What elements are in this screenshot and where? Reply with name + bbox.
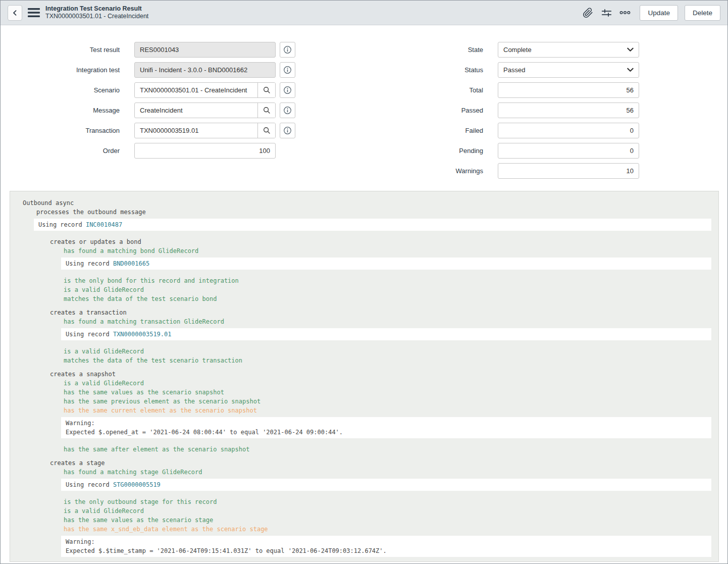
info-icon — [283, 106, 292, 115]
record-band: Using record INC0010487 — [34, 219, 711, 231]
output-gap — [10, 303, 718, 308]
output-line: matches the data of the test scenario tr… — [10, 356, 718, 365]
record-id: TXN0000003519.01 — [113, 331, 172, 338]
status-select-value: Passed — [503, 66, 525, 74]
search-icon — [263, 127, 271, 134]
pending-label: Pending — [364, 147, 483, 155]
total-field[interactable] — [498, 82, 639, 98]
output-line: creates a transaction — [10, 308, 718, 317]
info-icon — [283, 86, 292, 94]
warning-line: Expected $.$time_stamp = '2021-06-24T09:… — [66, 546, 711, 555]
header-bar: Integration Test Scenario Result TXN0000… — [1, 1, 727, 25]
transaction-search-button[interactable] — [257, 123, 275, 138]
search-icon — [263, 107, 271, 114]
output-gap — [10, 440, 718, 445]
output-line: creates a stage — [10, 458, 718, 468]
test-result-info-button[interactable] — [280, 42, 295, 58]
transaction-controls — [134, 123, 295, 138]
back-button[interactable] — [8, 5, 22, 21]
hamburger-icon — [28, 8, 40, 17]
total-controls — [498, 82, 639, 98]
pending-controls — [498, 143, 639, 159]
record-prefix: Using record — [66, 481, 113, 488]
more-options-button[interactable] — [617, 5, 633, 21]
record-band: Using record BND0001665 — [61, 258, 711, 270]
test-output-panel: Outbound asyncprocesses the outbound mes… — [10, 191, 719, 562]
order-controls — [134, 143, 276, 159]
integration-test-info-button[interactable] — [280, 62, 295, 78]
warnings-field[interactable] — [498, 163, 639, 179]
message-row: Message — [1, 102, 364, 118]
warning-line: Warning: — [66, 419, 711, 428]
output-line: Outbound async — [10, 198, 718, 208]
attachment-button[interactable] — [580, 5, 596, 21]
output-line: creates or updates a bond — [10, 237, 718, 246]
warnings-row: Warnings — [364, 163, 727, 179]
pending-field[interactable] — [498, 143, 639, 159]
status-select[interactable]: Passed — [498, 62, 639, 78]
failed-row: Failed — [364, 123, 727, 138]
output-line: is the only outbound stage for this reco… — [10, 497, 718, 506]
transaction-info-button[interactable] — [280, 123, 295, 138]
output-gap — [10, 233, 718, 237]
chevron-down-icon — [627, 68, 634, 72]
update-button[interactable]: Update — [640, 5, 678, 21]
status-controls: Passed — [498, 62, 639, 78]
order-row: Order — [1, 143, 364, 159]
output-line: has found a matching transaction GlideRe… — [10, 317, 718, 326]
search-icon — [263, 86, 271, 94]
transaction-label: Transaction — [1, 127, 120, 134]
more-dots-icon — [619, 10, 631, 15]
pending-row: Pending — [364, 143, 727, 159]
record-id: INC0010487 — [86, 221, 122, 228]
state-row: StateComplete — [364, 42, 727, 58]
context-menu-button[interactable] — [28, 8, 40, 17]
scenario-search-button[interactable] — [257, 83, 275, 97]
form-column-right: StateCompleteStatusPassedTotalPassedFail… — [364, 42, 727, 183]
form-column-left: Test resultIntegration testScenarioMessa… — [1, 42, 364, 183]
total-label: Total — [364, 86, 483, 94]
order-label: Order — [1, 147, 120, 155]
state-controls: Complete — [498, 42, 639, 58]
scenario-info-button[interactable] — [280, 82, 295, 98]
personalize-form-button[interactable] — [598, 5, 614, 21]
failed-field[interactable] — [498, 123, 639, 138]
warnings-label: Warnings — [364, 167, 483, 175]
state-select[interactable]: Complete — [498, 42, 639, 58]
output-line: has found a matching stage GlideRecord — [10, 468, 718, 477]
output-line: has the same current element as the scen… — [10, 406, 718, 415]
message-field[interactable] — [135, 103, 257, 118]
order-field[interactable] — [134, 143, 276, 159]
message-search-button[interactable] — [257, 103, 275, 118]
integration-test-row: Integration test — [1, 62, 364, 78]
output-line: is a valid GlideRecord — [10, 285, 718, 294]
output-line: is a valid GlideRecord — [10, 347, 718, 356]
output-gap — [10, 272, 718, 276]
record-prefix: Using record — [66, 260, 113, 267]
page-title: Integration Test Scenario Result — [45, 5, 148, 13]
test-result-row: Test result — [1, 42, 364, 58]
sliders-icon — [601, 8, 612, 18]
message-info-button[interactable] — [280, 102, 295, 118]
test-result-field[interactable] — [134, 42, 276, 58]
record-id: BND0001665 — [113, 260, 149, 267]
state-label: State — [364, 46, 483, 54]
output-line: creates a snapshot — [10, 370, 718, 379]
integration-test-field[interactable] — [134, 62, 276, 78]
transaction-field[interactable] — [135, 123, 257, 138]
info-icon — [283, 126, 292, 135]
output-gap — [10, 493, 718, 497]
test-result-controls — [134, 42, 295, 58]
output-line: has the same values as the scenario stag… — [10, 516, 718, 525]
output-gap — [10, 365, 718, 370]
integration-test-scenario-result-page: Integration Test Scenario Result TXN0000… — [0, 0, 728, 564]
output-line: processes the outbound message — [10, 208, 718, 217]
scenario-field[interactable] — [135, 83, 257, 97]
message-label: Message — [1, 107, 120, 114]
output-line: has the same x_snd_eb_data element as th… — [10, 525, 718, 534]
record-band: Using record STG0000005519 — [61, 479, 711, 491]
title-block: Integration Test Scenario Result TXN0000… — [45, 5, 148, 20]
delete-button[interactable]: Delete — [685, 5, 720, 21]
passed-field[interactable] — [498, 102, 639, 118]
output-line: has found a matching bond GlideRecord — [10, 246, 718, 255]
